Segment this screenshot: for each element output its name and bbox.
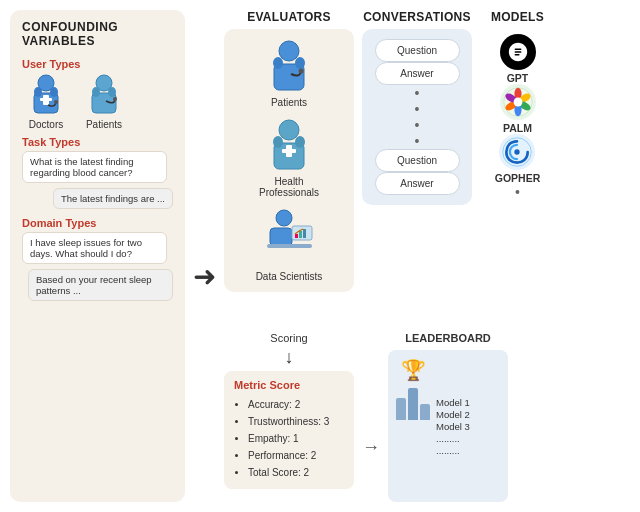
doctor-icon: [26, 73, 66, 117]
models-panel: GPT: [480, 29, 555, 205]
task-types-section: Task Types What is the latest finding re…: [22, 136, 173, 211]
gopher-label: GOPHER: [495, 172, 541, 184]
left-panel-title: CONFOUNDING VARIABLES: [22, 20, 173, 48]
user-types-section: User Types Doctors: [22, 58, 173, 130]
metric-title: Metric Score: [234, 379, 344, 391]
model-gpt: GPT: [500, 34, 536, 84]
task-answer: The latest findings are ...: [53, 188, 173, 209]
svg-point-12: [279, 41, 299, 61]
user-types-row: Doctors Patients: [26, 73, 173, 130]
leaderboard-model-list: Model 1 Model 2 Model 3 ......... ......…: [436, 358, 470, 494]
models-column: MODELS GPT: [480, 10, 555, 326]
svg-point-22: [295, 136, 305, 148]
lb-model-3: Model 3: [436, 421, 470, 432]
leaderboard-header: LEADERBOARD: [388, 332, 508, 344]
svg-rect-24: [270, 228, 292, 246]
svg-rect-3: [40, 98, 52, 101]
metric-performance: Performance: 2: [248, 447, 344, 464]
header-row: EVALUATORS Patients: [224, 10, 630, 326]
svg-point-11: [113, 97, 117, 101]
domain-types-label: Domain Types: [22, 217, 173, 229]
domain-answer: Based on your recent sleep patterns ...: [28, 269, 173, 301]
model-palm: PALM: [500, 84, 536, 134]
confounding-variables-panel: CONFOUNDING VARIABLES User Types: [10, 10, 185, 502]
metric-total: Total Score: 2: [248, 464, 344, 481]
conv-question-1: Question: [375, 39, 460, 62]
conv-dots-2: ••: [415, 117, 420, 149]
svg-point-6: [54, 100, 58, 104]
svg-point-15: [295, 57, 305, 69]
scoring-to-leaderboard-arrow: →: [362, 392, 380, 502]
task-question: What is the latest finding regarding blo…: [22, 151, 167, 183]
doctor-label: Doctors: [29, 119, 63, 130]
domain-question: I have sleep issues for two days. What s…: [22, 232, 167, 264]
evaluators-header: EVALUATORS: [224, 10, 354, 24]
palm-logo: [502, 86, 534, 118]
svg-point-23: [276, 210, 292, 226]
palm-icon: [500, 84, 536, 120]
evaluator-patients: Patients: [234, 39, 344, 108]
gpt-logo: [507, 41, 529, 63]
scoring-label: Scoring: [270, 332, 307, 344]
scoring-section: Scoring ↓ Metric Score Accuracy: 2 Trust…: [224, 332, 354, 502]
bottom-row: Scoring ↓ Metric Score Accuracy: 2 Trust…: [224, 332, 630, 502]
svg-point-21: [273, 136, 283, 148]
svg-point-5: [50, 87, 58, 97]
main-container: CONFOUNDING VARIABLES User Types: [0, 0, 640, 512]
patient-item: Patients: [84, 73, 124, 130]
svg-point-4: [34, 87, 42, 97]
svg-point-37: [513, 98, 522, 107]
metric-accuracy: Accuracy: 2: [248, 396, 344, 413]
evaluator-data-scientists: Data Scientists: [234, 208, 344, 282]
lb-dots-1: .........: [436, 433, 470, 444]
middle-section: EVALUATORS Patients: [224, 10, 630, 502]
conversations-header: CONVERSATIONS: [362, 10, 472, 24]
evaluator-patients-label: Patients: [271, 97, 307, 108]
svg-rect-20: [282, 149, 296, 153]
gopher-logo: [501, 136, 533, 168]
patient-icon: [84, 73, 124, 117]
svg-point-17: [279, 120, 299, 140]
podium: [396, 388, 430, 420]
metric-empathy: Empathy: 1: [248, 430, 344, 447]
conversations-panel: Question Answer •• •• Question Answer: [362, 29, 472, 205]
evaluator-health-professionals: HealthProfessionals: [234, 118, 344, 198]
metric-trustworthiness: Trustworthiness: 3: [248, 413, 344, 430]
evaluator-data-sci-label: Data Scientists: [256, 271, 323, 282]
models-header: MODELS: [480, 10, 555, 24]
conversations-column: CONVERSATIONS Question Answer •• •• Ques…: [362, 10, 472, 326]
svg-point-14: [273, 57, 283, 69]
trophy-icon: 🏆: [401, 358, 426, 382]
svg-rect-28: [299, 231, 302, 238]
evaluator-data-sci-icon: [262, 208, 317, 268]
scoring-arrow: ↓: [285, 347, 294, 368]
lb-model-2: Model 2: [436, 409, 470, 420]
conv-dots-1: ••: [415, 85, 420, 117]
metric-box: Metric Score Accuracy: 2 Trustworthiness…: [224, 371, 354, 489]
lb-model-1: Model 1: [436, 397, 470, 408]
svg-rect-27: [295, 234, 298, 238]
task-chat: What is the latest finding regarding blo…: [22, 151, 173, 211]
conv-answer-2: Answer: [375, 172, 460, 195]
svg-rect-25: [267, 244, 312, 248]
metric-list: Accuracy: 2 Trustworthiness: 3 Empathy: …: [234, 396, 344, 481]
user-types-label: User Types: [22, 58, 173, 70]
evaluators-panel: Patients HealthProfessionals: [224, 29, 354, 292]
podium-bar-1: [408, 388, 418, 420]
doctor-item: Doctors: [26, 73, 66, 130]
evaluator-health-prof-icon: [264, 118, 314, 173]
podium-bar-2: [396, 398, 406, 420]
evaluator-patients-icon: [264, 39, 314, 94]
svg-point-16: [299, 69, 304, 74]
leaderboard-section: LEADERBOARD 🏆 Model 1 Model 2 Model 3: [388, 332, 508, 502]
svg-rect-29: [303, 229, 306, 238]
svg-point-10: [108, 87, 116, 97]
svg-point-39: [515, 149, 520, 154]
evaluator-health-prof-label: HealthProfessionals: [259, 176, 319, 198]
evaluators-column: EVALUATORS Patients: [224, 10, 354, 326]
podium-bar-3: [420, 404, 430, 420]
conv-question-2: Question: [375, 149, 460, 172]
model-gopher: GOPHER: [495, 134, 541, 184]
domain-types-section: Domain Types I have sleep issues for two…: [22, 217, 173, 303]
gopher-icon: [499, 134, 535, 170]
